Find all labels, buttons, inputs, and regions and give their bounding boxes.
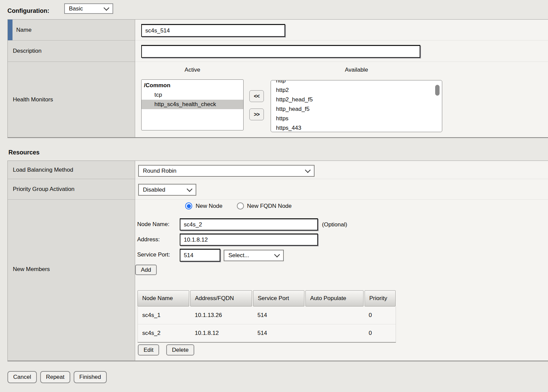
new-node-radio-label[interactable]: New Node (196, 203, 222, 210)
load-balancing-method-select[interactable]: Round Robin (138, 165, 315, 177)
active-monitor-option-selected[interactable]: http_sc4s_health_check (142, 100, 243, 109)
active-monitors-group: /Common (142, 80, 243, 90)
delete-member-button[interactable]: Delete (166, 344, 194, 356)
general-settings-table: Name Description Health Monitors Active … (7, 19, 548, 138)
active-monitor-option[interactable]: tcp (142, 90, 243, 100)
available-list-title: Available (271, 67, 442, 73)
service-port-select[interactable]: Select... (224, 250, 284, 261)
priority-group-activation-label-cell: Priority Group Activation (8, 179, 135, 200)
column-header-auto-populate[interactable]: Auto Populate (305, 290, 364, 307)
load-balancing-method-label-cell: Load Balancing Method (8, 161, 135, 179)
load-balancing-method-value: Round Robin (143, 168, 176, 174)
chevron-down-icon (187, 186, 193, 192)
members-table-header: Node Name Address/FQDN Service Port Auto… (138, 290, 396, 307)
chevron-down-icon (274, 252, 280, 258)
available-monitor-option[interactable]: http2_head_f5 (271, 95, 442, 104)
configuration-label: Configuration: (7, 7, 49, 15)
description-row-label-cell: Description (8, 41, 135, 62)
available-monitor-option[interactable]: https_443 (271, 123, 442, 132)
new-members-label-cell: New Members (8, 200, 135, 361)
column-header-address-fqdn[interactable]: Address/FQDN (190, 290, 252, 307)
members-table-body: sc4s_1 10.1.13.26 514 0 sc4s_2 10.1.8.12… (138, 307, 396, 343)
member-priority: 0 (364, 330, 396, 337)
member-row[interactable]: sc4s_1 10.1.13.26 514 0 (138, 307, 396, 324)
new-members-label: New Members (13, 266, 50, 273)
member-node-name: sc4s_1 (138, 312, 191, 319)
new-fqdn-node-radio[interactable] (237, 202, 244, 210)
finished-button[interactable]: Finished (74, 371, 107, 383)
pool-configuration-page: Configuration: Basic Name Description He… (0, 0, 548, 392)
load-balancing-method-value-cell: Round Robin (135, 161, 548, 179)
chevron-down-icon (104, 5, 109, 10)
service-port-select-value: Select... (228, 252, 249, 259)
column-header-node-name[interactable]: Node Name (138, 290, 189, 307)
new-fqdn-node-radio-label[interactable]: New FQDN Node (247, 203, 292, 210)
required-accent-bar (8, 20, 13, 40)
repeat-button[interactable]: Repeat (40, 371, 70, 383)
load-balancing-method-label: Load Balancing Method (13, 167, 73, 173)
name-row-value-cell (135, 20, 548, 41)
name-label: Name (16, 27, 31, 33)
new-node-radio[interactable] (185, 202, 192, 210)
health-monitors-row-label-cell: Health Monitors (8, 62, 135, 137)
health-monitors-label: Health Monitors (13, 96, 53, 103)
column-header-service-port[interactable]: Service Port (253, 290, 304, 307)
active-monitors-listbox[interactable]: /Common tcp http_sc4s_health_check (141, 79, 244, 130)
resources-settings-table: Load Balancing Method Round Robin Priori… (7, 161, 548, 361)
available-monitor-option[interactable]: http_head_f5 (271, 104, 442, 114)
move-to-active-button[interactable]: << (249, 90, 264, 102)
priority-group-activation-value: Disabled (143, 187, 165, 193)
node-name-input[interactable] (180, 218, 318, 230)
description-label: Description (13, 48, 42, 54)
edit-member-button[interactable]: Edit (138, 344, 159, 356)
available-monitors-listbox[interactable]: http http2 http2_head_f5 http_head_f5 ht… (271, 80, 442, 132)
available-monitor-option[interactable]: http (271, 80, 442, 85)
member-priority: 0 (364, 312, 396, 319)
member-address: 10.1.13.26 (191, 312, 253, 319)
address-label: Address: (137, 236, 160, 243)
member-service-port: 514 (253, 330, 305, 337)
member-node-name: sc4s_2 (138, 330, 191, 337)
add-member-button[interactable]: Add (135, 265, 157, 275)
name-input[interactable] (141, 24, 285, 37)
available-monitor-option[interactable]: http2 (271, 85, 442, 95)
priority-group-activation-value-cell: Disabled (135, 179, 548, 200)
service-port-label: Service Port: (137, 251, 170, 258)
resources-section-title: Resources (8, 149, 40, 156)
node-name-label: Node Name: (137, 221, 169, 228)
health-monitors-panel: Active Available /Common tcp http_sc4s_h… (135, 62, 548, 137)
member-service-port: 514 (253, 312, 305, 319)
cancel-button[interactable]: Cancel (7, 371, 37, 383)
service-port-input[interactable] (180, 249, 220, 262)
scrollbar-thumb[interactable] (435, 85, 440, 96)
available-monitor-option[interactable]: https (271, 114, 442, 123)
name-row-label-cell: Name (8, 20, 135, 41)
node-name-optional-hint: (Optional) (322, 221, 347, 228)
address-input[interactable] (180, 234, 318, 246)
members-table: Node Name Address/FQDN Service Port Auto… (138, 290, 396, 343)
description-input[interactable] (141, 45, 420, 58)
active-list-title: Active (141, 67, 244, 73)
priority-group-activation-label: Priority Group Activation (13, 186, 74, 193)
member-row[interactable]: sc4s_2 10.1.8.12 514 0 (138, 324, 396, 342)
description-row-value-cell (135, 41, 548, 62)
column-header-priority[interactable]: Priority (365, 290, 396, 307)
configuration-select[interactable]: Basic (64, 3, 113, 14)
configuration-select-value: Basic (69, 5, 83, 12)
move-to-available-button[interactable]: >> (249, 108, 264, 120)
chevron-down-icon (305, 167, 311, 173)
form-footer: Cancel Repeat Finished (7, 371, 107, 383)
priority-group-activation-select[interactable]: Disabled (138, 184, 196, 196)
new-members-panel: New Node New FQDN Node Node Name: (Optio… (135, 200, 548, 361)
member-address: 10.1.8.12 (191, 330, 253, 337)
